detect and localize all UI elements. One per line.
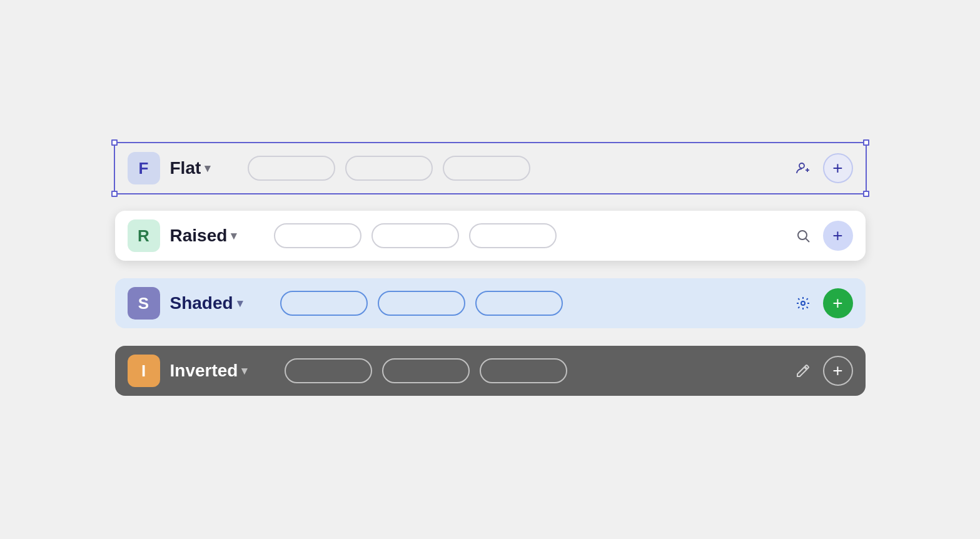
logo-inverted: I — [128, 355, 160, 387]
title-shaded: Shaded ▾ — [170, 293, 243, 313]
nav-pill-inverted-2[interactable] — [382, 358, 470, 383]
logo-raised: R — [128, 219, 160, 252]
title-flat: Flat ▾ — [170, 158, 211, 178]
nav-actions-shaded: + — [792, 288, 853, 318]
nav-actions-flat: + — [792, 153, 853, 183]
selection-handle-tr[interactable] — [863, 139, 869, 146]
nav-pill-shaded-2[interactable] — [378, 291, 465, 316]
chevron-flat[interactable]: ▾ — [205, 161, 210, 175]
nav-items-shaded — [280, 291, 792, 316]
navbar-raised-container: R Raised ▾ + — [115, 211, 866, 261]
nav-pill-raised-2[interactable] — [371, 223, 459, 248]
gear-icon[interactable] — [792, 292, 814, 315]
pencil-icon[interactable] — [792, 360, 814, 382]
svg-line-4 — [806, 239, 809, 243]
chevron-raised[interactable]: ▾ — [231, 229, 236, 243]
nav-pill-flat-1[interactable] — [248, 156, 335, 181]
navbar-inverted-container: I Inverted ▾ + — [115, 346, 866, 396]
nav-pill-flat-2[interactable] — [345, 156, 433, 181]
navbar-raised: R Raised ▾ + — [115, 211, 866, 261]
add-user-icon[interactable] — [792, 157, 814, 179]
nav-pill-raised-1[interactable] — [274, 223, 361, 248]
navbar-shaded: S Shaded ▾ + — [115, 278, 866, 328]
nav-items-raised — [274, 223, 791, 248]
add-button-shaded[interactable]: + — [823, 288, 853, 318]
nav-pill-flat-3[interactable] — [443, 156, 530, 181]
nav-pill-inverted-1[interactable] — [285, 358, 372, 383]
title-inverted: Inverted ▾ — [170, 361, 248, 381]
add-button-inverted[interactable]: + — [823, 356, 853, 386]
svg-point-3 — [798, 231, 807, 239]
nav-pill-shaded-3[interactable] — [475, 291, 563, 316]
title-raised: Raised ▾ — [170, 226, 237, 246]
logo-shaded: S — [128, 287, 160, 320]
selection-handle-tl[interactable] — [111, 139, 118, 146]
svg-point-0 — [799, 163, 804, 168]
navbar-shaded-container: S Shaded ▾ + — [115, 278, 866, 328]
nav-actions-raised: + — [792, 221, 853, 251]
nav-actions-inverted: + — [792, 356, 853, 386]
add-button-flat[interactable]: + — [823, 153, 853, 183]
selection-handle-br[interactable] — [863, 191, 869, 197]
selection-handle-bl[interactable] — [111, 191, 118, 197]
search-icon[interactable] — [792, 224, 814, 247]
svg-point-5 — [801, 301, 805, 305]
navbar-inverted: I Inverted ▾ + — [115, 346, 866, 396]
nav-items-inverted — [285, 358, 791, 383]
nav-pill-raised-3[interactable] — [469, 223, 557, 248]
logo-flat: F — [128, 152, 160, 184]
navbar-flat: F Flat ▾ + — [115, 143, 866, 193]
nav-items-flat — [248, 156, 791, 181]
add-button-raised[interactable]: + — [823, 221, 853, 251]
nav-pill-shaded-1[interactable] — [280, 291, 368, 316]
nav-pill-inverted-3[interactable] — [480, 358, 567, 383]
navbar-flat-container: F Flat ▾ + — [115, 143, 866, 193]
chevron-shaded[interactable]: ▾ — [237, 296, 243, 310]
chevron-inverted[interactable]: ▾ — [241, 364, 247, 378]
